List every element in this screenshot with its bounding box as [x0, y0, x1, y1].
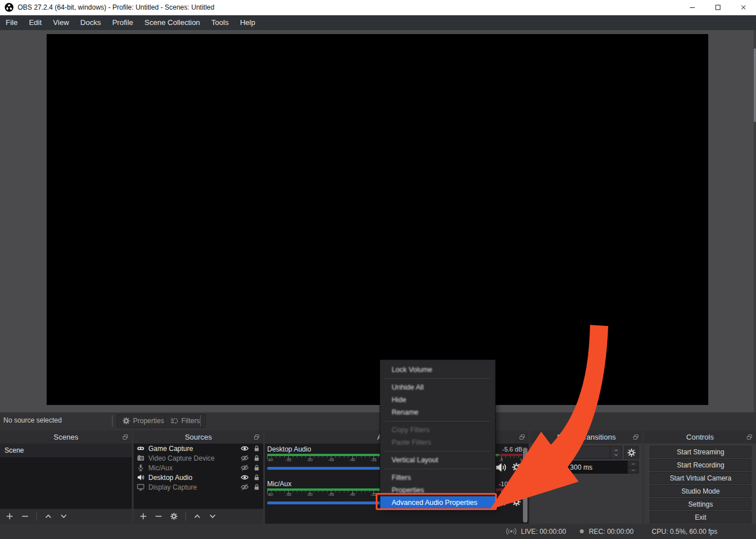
start-recording-button[interactable]: Start Recording	[650, 459, 751, 471]
eye-slash-icon[interactable]	[240, 463, 249, 472]
lock-icon[interactable]	[253, 474, 260, 481]
source-list-item-display-capture[interactable]: Display Capture	[134, 482, 263, 492]
source-properties-button[interactable]	[170, 512, 178, 520]
settings-button[interactable]: Settings	[650, 498, 751, 510]
sources-panel-toolbar	[134, 509, 263, 524]
menubar-item-file[interactable]: File	[0, 15, 23, 30]
lock-icon[interactable]	[253, 445, 260, 452]
source-toolbar: No source selected Properties Filters	[0, 412, 756, 429]
transition-select[interactable]: Fade	[535, 446, 622, 459]
popout-icon[interactable]	[519, 434, 525, 440]
source-list-item-desktop-audio[interactable]: Desktop Audio	[134, 473, 263, 482]
lock-icon[interactable]	[253, 454, 260, 462]
source-list-item-video-capture-device[interactable]: Video Capture Device	[134, 453, 263, 463]
speaker-icon	[137, 474, 144, 481]
context-menu-item-hide[interactable]: Hide	[380, 394, 495, 406]
lock-icon[interactable]	[253, 464, 260, 471]
popout-icon[interactable]	[122, 434, 128, 440]
eye-icon[interactable]	[240, 473, 249, 482]
source-list-item-mic-aux[interactable]: Mic/Aux	[134, 463, 263, 473]
add-scene-button[interactable]	[6, 512, 14, 520]
live-timer: LIVE: 00:00:00	[521, 528, 566, 536]
start-virtual-camera-button[interactable]: Start Virtual Camera	[650, 472, 751, 484]
maximize-button[interactable]	[705, 0, 730, 15]
gamepad-icon	[137, 445, 144, 452]
minimize-button[interactable]	[679, 0, 705, 15]
menubar-item-view[interactable]: View	[47, 15, 74, 30]
source-label: Game Capture	[148, 445, 236, 453]
eye-slash-icon[interactable]	[240, 483, 249, 491]
move-source-up-button[interactable]	[193, 512, 201, 520]
filters-button[interactable]: Filters	[165, 414, 206, 428]
channel-settings-button[interactable]	[512, 497, 521, 507]
add-source-button[interactable]	[139, 512, 147, 520]
sources-panel-title: Sources	[185, 433, 212, 441]
toolbar-separator	[185, 512, 186, 521]
context-menu-item-lock-volume[interactable]: Lock Volume	[380, 363, 495, 376]
duration-step-down-button[interactable]	[628, 467, 639, 474]
move-scene-up-button[interactable]	[44, 512, 52, 520]
context-menu-item-unhide-all[interactable]: Unhide All	[380, 381, 495, 394]
chevron-up-icon	[614, 448, 618, 453]
chevron-down-icon	[628, 468, 638, 473]
exit-button[interactable]: Exit	[650, 511, 751, 523]
scene-list-item[interactable]: Scene	[0, 444, 132, 457]
source-label: Desktop Audio	[148, 474, 236, 482]
move-scene-down-button[interactable]	[60, 512, 68, 520]
channel-mute-button[interactable]	[495, 462, 506, 473]
menu-separator	[385, 378, 491, 379]
menubar-item-docks[interactable]: Docks	[74, 15, 106, 30]
controls-panel-title: Controls	[686, 433, 713, 441]
sources-panel: Sources Game CaptureVideo Capture Device…	[134, 431, 263, 524]
popout-icon[interactable]	[746, 434, 753, 440]
scene-transitions-panel: Scene Transitions Fade 300 ms	[530, 431, 642, 524]
context-menu-item-vertical-layout[interactable]: Vertical Layout	[380, 454, 495, 466]
meter-tick-label: -55	[285, 458, 291, 462]
context-menu-item-filters[interactable]: Filters	[380, 471, 495, 484]
close-icon	[740, 3, 747, 11]
filters-icon	[171, 417, 178, 425]
eye-slash-icon[interactable]	[240, 454, 249, 462]
maximize-icon	[714, 3, 722, 11]
source-label: Display Capture	[148, 483, 236, 491]
transition-select-spinner[interactable]	[610, 446, 621, 458]
move-source-down-button[interactable]	[209, 512, 217, 520]
popout-icon[interactable]	[254, 434, 260, 440]
context-menu-item-rename[interactable]: Rename	[380, 406, 495, 419]
preview-canvas	[47, 34, 708, 405]
eye-icon[interactable]	[240, 444, 249, 453]
meter-tick-label: -40	[350, 458, 355, 462]
meter-tick-label: -5	[499, 458, 502, 462]
menu-item-label: Paste Filters	[392, 438, 431, 446]
remove-source-button[interactable]	[155, 512, 163, 520]
annotation-highlight-box	[376, 493, 497, 510]
menu-item-label: Copy Filters	[392, 426, 430, 434]
transition-properties-button[interactable]	[624, 446, 639, 459]
menubar-item-profile[interactable]: Profile	[106, 15, 139, 30]
live-status-icon	[506, 526, 517, 537]
channel-mute-button[interactable]	[495, 496, 506, 508]
window-scrollbar-thumb[interactable]	[754, 48, 756, 122]
channel-settings-button[interactable]	[512, 462, 521, 472]
lock-icon[interactable]	[253, 483, 260, 491]
studio-mode-button[interactable]: Studio Mode	[650, 485, 751, 497]
menubar-item-edit[interactable]: Edit	[23, 15, 47, 30]
menubar-item-tools[interactable]: Tools	[206, 15, 234, 30]
transition-duration-spinner[interactable]	[628, 461, 639, 474]
source-list-item-game-capture[interactable]: Game Capture	[134, 444, 263, 453]
mixer-scrollbar-thumb[interactable]	[523, 448, 527, 523]
remove-scene-button[interactable]	[21, 512, 29, 520]
close-button[interactable]	[730, 0, 756, 15]
window-scrollbar[interactable]	[754, 30, 756, 412]
properties-button[interactable]: Properties	[117, 414, 170, 428]
chevron-down-icon	[614, 453, 618, 457]
menubar-item-help[interactable]: Help	[234, 15, 261, 30]
popout-icon[interactable]	[633, 434, 639, 440]
menubar-item-scene-collection[interactable]: Scene Collection	[139, 15, 206, 30]
duration-step-up-button[interactable]	[628, 461, 639, 467]
main-area	[0, 30, 756, 412]
transition-duration-field[interactable]: 300 ms	[535, 461, 628, 474]
scenes-panel-title: Scenes	[53, 433, 78, 441]
cpu-fps-stats: CPU: 0.5%, 60.00 fps	[652, 528, 717, 536]
start-streaming-button[interactable]: Start Streaming	[650, 446, 751, 458]
